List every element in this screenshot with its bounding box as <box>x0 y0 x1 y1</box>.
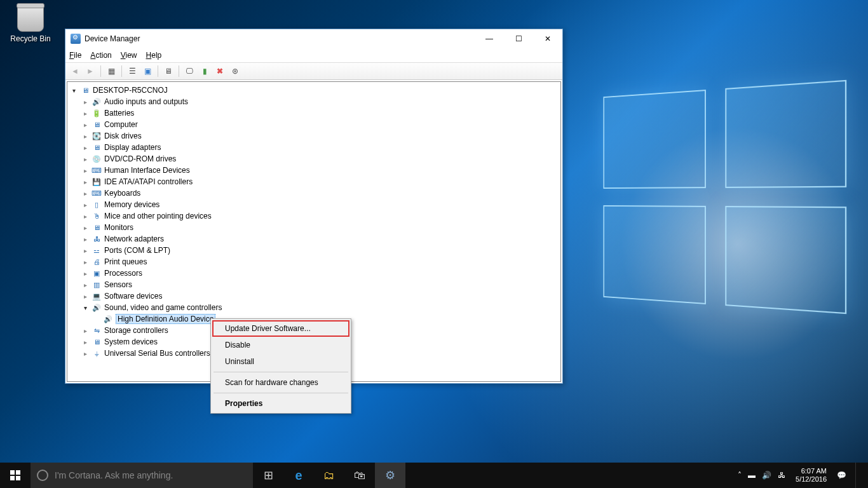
tree-category-expanded[interactable]: 🔊 Sound, video and game controllers <box>67 302 560 313</box>
task-view-icon: ⊞ <box>264 468 273 482</box>
volume-icon[interactable]: 🔊 <box>762 471 771 480</box>
clock-date: 5/12/2016 <box>796 475 827 484</box>
context-menu: Update Driver Software...DisableUninstal… <box>210 318 351 414</box>
audio-device-icon: 🔊 <box>103 315 113 323</box>
notifications-icon[interactable]: 💬 <box>837 471 846 480</box>
category-icon: 💻 <box>92 292 102 301</box>
category-icon: 🖥 <box>92 337 102 346</box>
minimize-button[interactable]: — <box>475 29 504 48</box>
tree-category[interactable]: 🖥Display adapters <box>67 142 560 153</box>
context-menu-item[interactable]: Disable <box>212 337 349 353</box>
show-desktop-button[interactable] <box>855 463 864 488</box>
context-menu-item[interactable]: Scan for hardware changes <box>212 374 349 391</box>
store-icon: 🛍 <box>354 469 365 482</box>
category-label: Monitors <box>104 223 133 232</box>
edge-icon: e <box>295 468 302 483</box>
cortana-icon <box>37 470 48 481</box>
tree-category[interactable]: ▯Memory devices <box>67 199 560 210</box>
context-menu-item[interactable]: Properties <box>212 395 349 412</box>
show-hidden-button[interactable]: ▦ <box>104 64 118 78</box>
edge-button[interactable]: e <box>283 463 314 488</box>
forward-button: ► <box>83 64 97 78</box>
category-label: Ports (COM & LPT) <box>104 246 170 255</box>
toolbar: ◄ ► ▦ ☰ ▣ 🖥 🖵 ▮ ✖ ⊛ <box>65 62 562 80</box>
tree-category[interactable]: 🖥Computer <box>67 119 560 130</box>
help-button[interactable]: ▣ <box>140 64 154 78</box>
category-label: Display adapters <box>104 143 161 152</box>
task-view-button[interactable]: ⊞ <box>253 463 283 488</box>
tree-category[interactable]: ⌨Keyboards <box>67 187 560 199</box>
properties-button[interactable]: ☰ <box>125 64 139 78</box>
tree-category[interactable]: 💿DVD/CD-ROM drives <box>67 153 560 165</box>
menubar: File Action View Help <box>65 48 562 62</box>
tray-app-icon[interactable]: ▬ <box>748 471 756 480</box>
svg-rect-1 <box>16 470 20 475</box>
titlebar[interactable]: Device Manager — ☐ ✕ <box>65 29 562 48</box>
category-icon: ⌨ <box>92 166 102 175</box>
category-label: Print queues <box>104 257 147 266</box>
clock[interactable]: 6:07 AM 5/12/2016 <box>792 467 831 484</box>
computer-icon: 🖥 <box>80 86 90 95</box>
tree-root[interactable]: 🖥 DESKTOP-R5CCNOJ <box>67 85 560 96</box>
tree-category[interactable]: ▥Sensors <box>67 279 560 290</box>
tree-category[interactable]: 🔋Batteries <box>67 107 560 119</box>
start-button[interactable] <box>0 463 31 488</box>
tree-category[interactable]: 🖧Network adapters <box>67 233 560 245</box>
category-label: Disk drives <box>104 132 142 140</box>
category-icon: 🖥 <box>92 143 102 152</box>
scan-hardware-button[interactable]: 🖵 <box>182 64 196 78</box>
system-tray[interactable]: ˄ ▬ 🔊 🖧 6:07 AM 5/12/2016 💬 <box>734 463 868 488</box>
menu-action[interactable]: Action <box>90 51 111 60</box>
category-icon: 🔋 <box>92 109 102 118</box>
recycle-bin-label: Recycle Bin <box>8 34 53 43</box>
tree-category[interactable]: ▣Processors <box>67 268 560 279</box>
folder-icon: 🗂 <box>323 469 335 482</box>
app-icon <box>71 34 81 44</box>
category-icon: ▣ <box>92 269 102 278</box>
menu-help[interactable]: Help <box>146 51 162 60</box>
category-icon: 🖱 <box>92 212 102 220</box>
category-label: Software devices <box>104 292 162 301</box>
tree-category[interactable]: ⌨Human Interface Devices <box>67 165 560 176</box>
cortana-search[interactable]: I'm Cortana. Ask me anything. <box>31 463 253 488</box>
store-button[interactable]: 🛍 <box>344 463 375 488</box>
search-placeholder: I'm Cortana. Ask me anything. <box>55 470 173 480</box>
category-icon: ▥ <box>92 280 102 289</box>
update-driver-button[interactable]: 🖥 <box>161 64 175 78</box>
tree-category[interactable]: 🔊Audio inputs and outputs <box>67 96 560 107</box>
file-explorer-button[interactable]: 🗂 <box>314 463 344 488</box>
menu-file[interactable]: File <box>69 51 81 60</box>
tree-category[interactable]: 💽Disk drives <box>67 130 560 142</box>
category-icon: 🖨 <box>92 257 102 266</box>
network-icon[interactable]: 🖧 <box>778 471 785 480</box>
tree-category[interactable]: 🖥Monitors <box>67 222 560 233</box>
category-label: System devices <box>104 337 158 346</box>
category-label: IDE ATA/ATAPI controllers <box>104 177 193 186</box>
tree-category[interactable]: 🖨Print queues <box>67 256 560 268</box>
recycle-bin-icon[interactable]: Recycle Bin <box>8 5 53 43</box>
maximize-button[interactable]: ☐ <box>504 29 533 48</box>
context-menu-item[interactable]: Uninstall <box>212 353 349 370</box>
sound-icon: 🔊 <box>92 303 102 312</box>
category-icon: 💾 <box>92 177 102 186</box>
category-label: Sensors <box>104 280 132 289</box>
tree-category[interactable]: 💾IDE ATA/ATAPI controllers <box>67 176 560 187</box>
category-label: Keyboards <box>104 189 140 198</box>
category-label: Computer <box>104 120 138 129</box>
enable-button[interactable]: ▮ <box>198 64 212 78</box>
clock-time: 6:07 AM <box>796 467 827 475</box>
tray-chevron-icon[interactable]: ˄ <box>738 471 742 480</box>
close-button[interactable]: ✕ <box>533 29 562 48</box>
tree-category[interactable]: ⚍Ports (COM & LPT) <box>67 245 560 256</box>
category-icon: 🔊 <box>92 97 102 106</box>
category-label: Mice and other pointing devices <box>104 212 212 220</box>
menu-view[interactable]: View <box>121 51 137 60</box>
window-title: Device Manager <box>85 34 140 43</box>
tree-category[interactable]: 🖱Mice and other pointing devices <box>67 210 560 222</box>
context-menu-item[interactable]: Update Driver Software... <box>212 320 349 337</box>
device-manager-taskbar-button[interactable]: ⚙ <box>375 463 405 488</box>
tree-category[interactable]: 💻Software devices <box>67 290 560 302</box>
uninstall-button[interactable]: ✖ <box>213 64 227 78</box>
disable-button[interactable]: ⊛ <box>228 64 242 78</box>
svg-rect-3 <box>16 476 20 480</box>
